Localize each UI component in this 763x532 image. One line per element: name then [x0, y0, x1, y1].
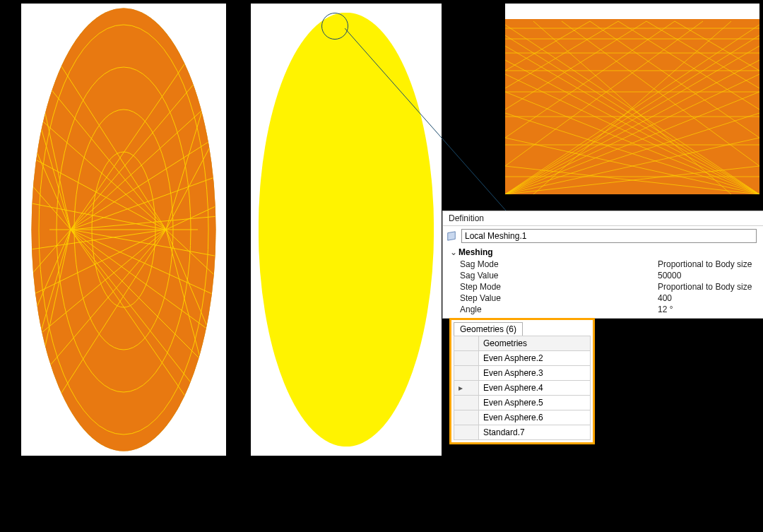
closeup-wireframe: [505, 4, 759, 194]
prop-value: 12 °: [658, 305, 761, 314]
geometry-name: Standard.7: [479, 425, 591, 440]
geometry-name: Even Asphere.6: [479, 410, 591, 425]
prop-value: 400: [658, 293, 761, 303]
geometries-tab[interactable]: Geometries (6): [454, 322, 523, 336]
prop-value: 50000: [658, 271, 761, 280]
table-row[interactable]: Even Asphere.3: [454, 366, 591, 381]
geometry-name: Even Asphere.5: [479, 396, 591, 410]
prop-row-sag-value[interactable]: Sag Value 50000: [446, 270, 761, 281]
svg-line-15: [21, 117, 71, 230]
prop-row-angle[interactable]: Angle 12 °: [446, 304, 761, 315]
svg-line-80: [505, 21, 618, 88]
svg-line-74: [646, 21, 759, 88]
fine-mesh-front-view: [251, 4, 442, 456]
geometry-name: Even Asphere.2: [479, 351, 591, 366]
cube-icon: [446, 230, 457, 242]
row-marker: [454, 366, 479, 381]
geometries-column-header: Geometries: [479, 336, 591, 351]
geometries-panel: Geometries (6) Geometries Even Asphere.2…: [449, 318, 595, 444]
prop-key: Step Value: [460, 293, 658, 303]
object-name-input[interactable]: Local Meshing.1: [461, 229, 757, 243]
prop-value: Proportional to Body size: [658, 282, 761, 292]
svg-line-18: [21, 230, 71, 343]
definition-panel: Definition Local Meshing.1 ⌄ Meshing Sag…: [442, 211, 763, 319]
meshing-group-header[interactable]: ⌄ Meshing: [446, 246, 761, 259]
svg-line-34: [166, 230, 226, 286]
prop-value: Proportional to Body size: [658, 259, 761, 269]
row-marker: [454, 425, 479, 440]
svg-line-20: [21, 230, 71, 456]
row-marker: [454, 410, 479, 425]
svg-line-10: [71, 230, 226, 385]
table-row[interactable]: Even Asphere.6: [454, 410, 591, 425]
prop-key: Angle: [460, 305, 658, 314]
coarse-mesh-view: [21, 4, 226, 456]
svg-line-73: [618, 21, 759, 110]
fine-mesh-surface: [259, 13, 434, 447]
meshing-group-label: Meshing: [459, 247, 493, 257]
svg-line-24: [21, 152, 166, 230]
prop-row-step-mode[interactable]: Step Mode Proportional to Body size: [446, 281, 761, 292]
table-row[interactable]: Even Asphere.5: [454, 396, 591, 410]
zoom-region-circle: [321, 13, 348, 40]
row-marker: [454, 396, 479, 410]
svg-line-36: [166, 230, 226, 456]
definition-section-label: Definition: [443, 211, 763, 226]
table-row[interactable]: Even Asphere.2: [454, 351, 591, 366]
svg-line-79: [505, 21, 646, 110]
prop-row-step-value[interactable]: Step Value 400: [446, 292, 761, 304]
geometry-name: Even Asphere.4: [479, 381, 591, 396]
prop-row-sag-mode[interactable]: Sag Mode Proportional to Body size: [446, 259, 761, 270]
svg-line-13: [21, 4, 71, 230]
svg-line-16: [21, 173, 71, 230]
table-row[interactable]: ▸Even Asphere.4: [454, 381, 591, 396]
row-marker: [454, 351, 479, 366]
chevron-down-icon: ⌄: [449, 247, 459, 257]
geometry-name: Even Asphere.3: [479, 366, 591, 381]
svg-line-7: [71, 230, 226, 258]
svg-line-17: [21, 230, 71, 286]
geometries-table: Geometries Even Asphere.2 Even Asphere.3…: [454, 336, 591, 440]
svg-line-6: [71, 215, 226, 230]
prop-key: Step Mode: [460, 282, 658, 292]
svg-line-32: [166, 117, 226, 230]
row-header-blank: [454, 336, 479, 351]
prop-key: Sag Mode: [460, 259, 658, 269]
fine-mesh-closeup-view: [505, 4, 759, 194]
row-marker: ▸: [454, 381, 479, 396]
svg-line-35: [166, 230, 226, 371]
prop-key: Sag Value: [460, 271, 658, 280]
table-row[interactable]: Standard.7: [454, 425, 591, 440]
mesh-wireframe: [21, 4, 226, 456]
svg-line-33: [166, 201, 226, 230]
svg-line-31: [166, 32, 226, 230]
